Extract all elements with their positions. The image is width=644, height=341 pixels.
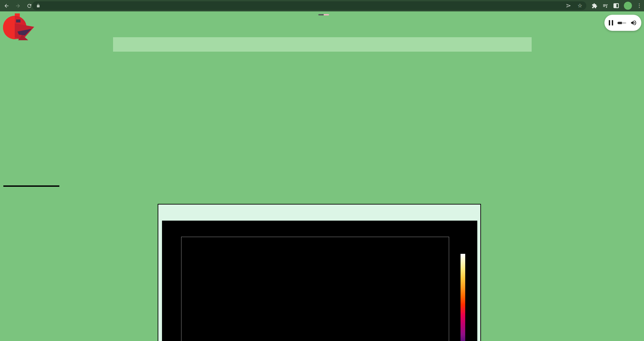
reload-icon	[26, 3, 32, 9]
bookmark-star-icon[interactable]: ☆	[578, 3, 582, 8]
browser-forward-button[interactable]	[13, 1, 23, 10]
url-bar[interactable]: ☆	[32, 1, 586, 10]
page-header	[0, 14, 644, 15]
detection-species-line	[158, 207, 480, 213]
version-value	[324, 14, 329, 15]
seek-slider[interactable]	[618, 22, 626, 24]
forward-arrow-icon	[15, 3, 21, 9]
send-icon[interactable]	[566, 3, 572, 9]
side-panel-icon[interactable]	[613, 3, 619, 8]
spectrogram-image	[162, 221, 477, 341]
extensions-puzzle-icon[interactable]	[592, 3, 597, 9]
volume-icon[interactable]	[630, 19, 637, 26]
pause-button[interactable]	[609, 20, 613, 25]
version-label	[318, 14, 324, 15]
browser-menu-icon[interactable]: ⋮	[637, 4, 642, 7]
profile-avatar[interactable]	[624, 2, 632, 10]
main-nav	[113, 37, 532, 52]
spectrogram-plot-border	[181, 237, 449, 341]
back-arrow-icon	[4, 3, 9, 9]
birdnetpi-logo	[3, 13, 34, 40]
browser-toolbar: ☆ ⋮	[0, 0, 644, 11]
stats-table	[3, 185, 59, 187]
browser-back-button[interactable]	[1, 1, 11, 10]
spectrogram-colorbar	[461, 254, 465, 341]
version-badge	[318, 14, 329, 15]
lock-icon	[36, 3, 40, 8]
browser-actions: ⋮	[592, 0, 642, 11]
audio-player-overlay	[604, 15, 641, 31]
media-controls-icon[interactable]	[602, 3, 608, 9]
